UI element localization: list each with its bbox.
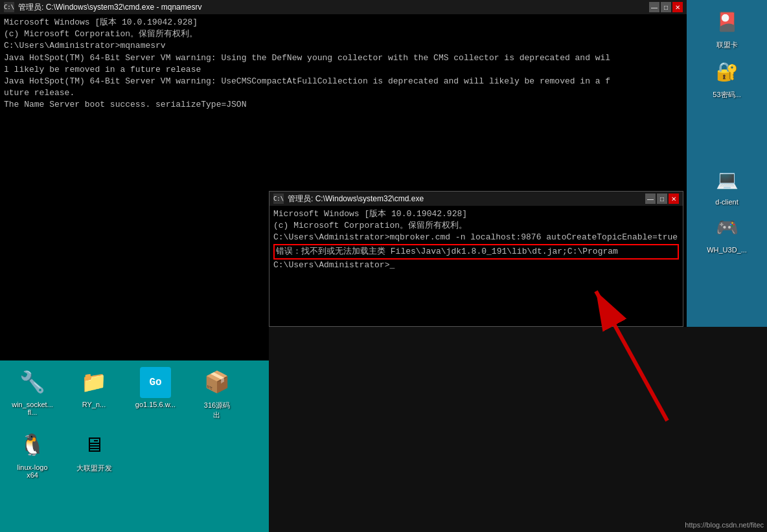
password-label: 53密码... [713, 90, 740, 100]
cmd-line-2: (c) Microsoft Corporation。保留所有权利。 [4, 28, 683, 40]
ryn-label: RY_n... [82, 401, 106, 408]
linuxlogo-icon: 🐧 [17, 430, 48, 461]
second-maximize-button[interactable]: □ [657, 194, 667, 204]
316src-label: 316源码出 [204, 401, 230, 420]
second-line-7: C:\Users\Administrator>_ [273, 260, 679, 271]
cmd-line-6: l likely be removed in a future release [4, 64, 683, 76]
daliameng-label: 大联盟开发 [76, 463, 112, 473]
second-line-2: (c) Microsoft Corporation。保留所有权利。 [273, 220, 679, 232]
desktop-bottom-area: 🔧 win_socket...fl... 📁 RY_n... Go go1.15… [0, 360, 279, 532]
whu3d-label: WH_U3D_... [707, 246, 747, 254]
maximize-button[interactable]: □ [661, 2, 671, 12]
cmd-line-9: The Name Server boot success. serializeT… [4, 99, 683, 111]
desktop-icon-go1156[interactable]: Go go1.15.6.w... [130, 367, 181, 420]
whu3d-icon: 🎮 [711, 212, 742, 243]
linuxlogo-label: linux-logox64 [17, 463, 47, 479]
cmd-second-title: 管理员: C:\Windows\system32\cmd.exe [288, 194, 645, 205]
cmd-line-5: Java HotSpot(TM) 64-Bit Server VM warnin… [4, 52, 683, 64]
second-close-button[interactable]: ✕ [669, 194, 679, 204]
password-icon: 🔐 [711, 56, 742, 87]
cmd-main-titlebar[interactable]: C:\ 管理员: C:\Windows\system32\cmd.exe - m… [0, 0, 687, 14]
cmd-line-7: Java HotSpot(TM) 64-Bit Server VM warnin… [4, 76, 683, 87]
desktop-icon-dclient[interactable]: 💻 d-client [701, 164, 753, 206]
winsocket-icon: 🔧 [17, 367, 48, 398]
desktop-icon-winsocket[interactable]: 🔧 win_socket...fl... [6, 367, 58, 420]
desktop-icon-lianmengka[interactable]: 🎴 联盟卡 [701, 6, 753, 50]
cmd-line-4: C:\Users\Administrator>mqnamesrv [4, 40, 683, 52]
desktop-icon-316src[interactable]: 📦 316源码出 [191, 367, 243, 420]
second-line-1: Microsoft Windows [版本 10.0.19042.928] [273, 208, 679, 220]
desktop-icon-whu3d[interactable]: 🎮 WH_U3D_... [701, 212, 753, 254]
dclient-label: d-client [715, 198, 738, 206]
close-button[interactable]: ✕ [672, 2, 683, 12]
cmd-line-8: uture release. [4, 87, 683, 99]
cmd-line-1: Microsoft Windows [版本 10.0.19042.928] [4, 17, 683, 28]
cmd-main-title: 管理员: C:\Windows\system32\cmd.exe - mqnam… [18, 2, 649, 13]
316src-icon: 📦 [201, 367, 233, 398]
cmd-second-window: C:\ 管理员: C:\Windows\system32\cmd.exe — □… [269, 191, 683, 327]
csdn-watermark: https://blog.csdn.net/fitec [685, 521, 764, 529]
ryn-icon: 📁 [78, 367, 109, 398]
desktop-icon-linuxlogo[interactable]: 🐧 linux-logox64 [6, 430, 58, 479]
cmd-second-body: Microsoft Windows [版本 10.0.19042.928] (c… [269, 206, 683, 326]
second-line-4: C:\Users\Administrator>mqbroker.cmd -n l… [273, 232, 679, 243]
cmd-second-icon: C:\ [273, 194, 284, 204]
second-minimize-button[interactable]: — [645, 194, 656, 204]
window-controls: — □ ✕ [649, 2, 683, 12]
dclient-icon: 💻 [711, 164, 742, 195]
minimize-button[interactable]: — [649, 2, 659, 12]
dark-annotation-area [269, 327, 767, 532]
desktop-bottom-icons-container: 🔧 win_socket...fl... 📁 RY_n... Go go1.15… [0, 360, 279, 485]
desktop-icons-right-panel: 🎴 联盟卡 🔐 53密码... 💻 d-client 🎮 WH_U3D_... [687, 0, 767, 362]
cmd-icon: C:\ [4, 2, 14, 12]
go1156-icon: Go [140, 367, 171, 398]
second-window-controls: — □ ✕ [645, 194, 679, 204]
desktop-icon-ryn[interactable]: 📁 RY_n... [68, 367, 120, 420]
error-highlight-box: 错误：找不到或无法加载主类 Files\Java\jdk1.8.0_191\li… [273, 244, 679, 260]
desktop-icon-password[interactable]: 🔐 53密码... [701, 56, 753, 100]
lianmengka-icon: 🎴 [711, 6, 742, 38]
desktop-icon-daliameng[interactable]: 🖥 大联盟开发 [68, 430, 120, 479]
lianmengka-label: 联盟卡 [716, 40, 738, 50]
cmd-second-titlebar[interactable]: C:\ 管理员: C:\Windows\system32\cmd.exe — □… [269, 192, 683, 206]
winsocket-label: win_socket...fl... [12, 401, 53, 416]
daliameng-icon: 🖥 [78, 430, 109, 461]
go1156-label: go1.15.6.w... [135, 401, 176, 408]
